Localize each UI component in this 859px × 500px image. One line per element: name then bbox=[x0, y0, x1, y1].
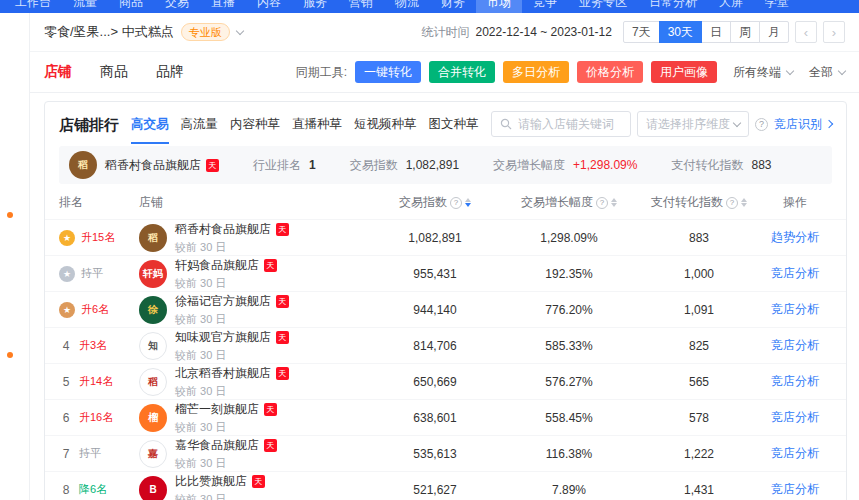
chevron-down-icon bbox=[235, 26, 243, 34]
nav-item-logistics[interactable]: 物流 bbox=[384, 0, 430, 13]
rank-change: 升14名 bbox=[79, 374, 113, 389]
store-name-text: 北京稻香村旗舰店 bbox=[175, 365, 271, 382]
nav-item-live[interactable]: 直播 bbox=[200, 0, 246, 13]
store-search-box[interactable] bbox=[491, 111, 631, 137]
rank-change: 持平 bbox=[81, 266, 103, 281]
nav-item-product[interactable]: 商品 bbox=[108, 0, 154, 13]
ranking-tabs: 高交易高流量内容种草直播种草短视频种草图文种草 bbox=[131, 116, 479, 144]
tab-store[interactable]: 店铺 bbox=[44, 63, 72, 81]
range-button-7d[interactable]: 7天 bbox=[623, 21, 660, 43]
analysis-link[interactable]: 竞店分析 bbox=[771, 410, 819, 424]
store-name[interactable]: 北京稻香村旗舰店天 bbox=[175, 365, 289, 382]
sort-icons[interactable] bbox=[741, 198, 747, 207]
sort-dimension-dropdown[interactable]: 请选择排序维度 bbox=[637, 111, 749, 137]
ranking-tab-video-seed[interactable]: 短视频种草 bbox=[354, 116, 417, 144]
ranking-tab-high-traffic[interactable]: 高流量 bbox=[181, 116, 219, 144]
category-selector[interactable]: 零食/坚果...> 中式糕点 专业版 bbox=[44, 23, 243, 41]
nav-item-daily-analysis[interactable]: 日常分析 bbox=[638, 0, 708, 13]
range-button-month[interactable]: 月 bbox=[759, 21, 789, 43]
nav-item-biz-zone[interactable]: 业务专区 bbox=[568, 0, 638, 13]
tmall-badge-icon: 天 bbox=[264, 259, 277, 272]
terminal-dropdown[interactable]: 所有终端 bbox=[733, 64, 793, 81]
tmall-badge-icon: 天 bbox=[276, 295, 289, 308]
compare-period-label: 较前 30 日 bbox=[175, 420, 277, 435]
header-growth[interactable]: 交易增长幅度? bbox=[498, 194, 640, 211]
rank-cell: 4升3名 bbox=[59, 338, 139, 353]
nav-item-finance[interactable]: 财务 bbox=[430, 0, 476, 13]
tool-button-merge-convert[interactable]: 合并转化 bbox=[429, 61, 495, 83]
analysis-link[interactable]: 竞店分析 bbox=[771, 338, 819, 352]
nav-item-screen[interactable]: 大屏 bbox=[708, 0, 754, 13]
rank-change: 降6名 bbox=[79, 482, 107, 497]
analysis-link[interactable]: 竞店分析 bbox=[771, 302, 819, 316]
header-label-trade-index: 交易指数 bbox=[399, 194, 447, 211]
ranking-controls: 请选择排序维度 ? 竞店识别 bbox=[491, 111, 832, 144]
header-label-conversion: 支付转化指数 bbox=[651, 194, 723, 211]
action-cell: 竞店分析 bbox=[758, 265, 832, 282]
nav-item-academy[interactable]: 学堂 bbox=[754, 0, 800, 13]
table-row: 8降6名B比比赞旗舰店天较前 30 日521,6277.89%1,431竞店分析 bbox=[45, 471, 846, 500]
sort-dimension-value: 请选择排序维度 bbox=[646, 116, 730, 133]
store-name[interactable]: 知味观官方旗舰店天 bbox=[175, 329, 289, 346]
ranking-tab-content-seed[interactable]: 内容种草 bbox=[230, 116, 280, 144]
tab-brand[interactable]: 品牌 bbox=[156, 63, 184, 81]
header-conversion[interactable]: 支付转化指数? bbox=[640, 194, 758, 211]
conversion-value: 1,000 bbox=[640, 267, 758, 281]
ranking-tab-high-trade[interactable]: 高交易 bbox=[131, 116, 169, 144]
tool-button-multi-day-analysis[interactable]: 多日分析 bbox=[503, 61, 569, 83]
ranking-tab-article-seed[interactable]: 图文种草 bbox=[429, 116, 479, 144]
help-question-icon[interactable]: ? bbox=[755, 118, 768, 131]
header-label-growth: 交易增长幅度 bbox=[521, 194, 593, 211]
nav-item-content[interactable]: 内容 bbox=[246, 0, 292, 13]
store-name[interactable]: 轩妈食品旗舰店天 bbox=[175, 257, 277, 274]
sort-icons[interactable] bbox=[465, 198, 471, 207]
range-button-week[interactable]: 周 bbox=[730, 21, 760, 43]
prev-period-button[interactable]: ‹ bbox=[795, 21, 817, 43]
store-cell: 稻北京稻香村旗舰店天较前 30 日 bbox=[139, 365, 372, 399]
info-icon[interactable]: ? bbox=[726, 197, 738, 209]
nav-item-compete[interactable]: 竞争 bbox=[522, 0, 568, 13]
tool-button-user-profile[interactable]: 用户画像 bbox=[651, 61, 717, 83]
header-label-rank: 排名 bbox=[59, 194, 83, 211]
info-icon[interactable]: ? bbox=[596, 197, 608, 209]
growth-value: 7.89% bbox=[498, 483, 640, 497]
header-trade-index[interactable]: 交易指数? bbox=[372, 194, 498, 211]
scope-dropdown[interactable]: 全部 bbox=[809, 64, 845, 81]
nav-item-workbench[interactable]: 工作台 bbox=[4, 0, 62, 13]
growth-value: 116.38% bbox=[498, 447, 640, 461]
rank-cell: 5升14名 bbox=[59, 374, 139, 389]
store-name[interactable]: 稻香村食品旗舰店天 bbox=[175, 221, 289, 238]
pinned-metric-label: 交易增长幅度 bbox=[493, 158, 565, 172]
nav-item-service[interactable]: 服务 bbox=[292, 0, 338, 13]
store-name[interactable]: 嘉华食品旗舰店天 bbox=[175, 437, 277, 454]
nav-item-marketing[interactable]: 营销 bbox=[338, 0, 384, 13]
store-name[interactable]: 徐福记官方旗舰店天 bbox=[175, 293, 289, 310]
category-path: 零食/坚果...> 中式糕点 bbox=[44, 23, 174, 41]
tool-button-one-key-convert[interactable]: 一键转化 bbox=[355, 61, 421, 83]
chevron-down-icon bbox=[786, 66, 794, 74]
info-icon[interactable]: ? bbox=[450, 197, 462, 209]
store-name[interactable]: 榴芒一刻旗舰店天 bbox=[175, 401, 277, 418]
pinned-store-name[interactable]: 稻香村食品旗舰店 bbox=[105, 157, 201, 174]
tab-product[interactable]: 商品 bbox=[100, 63, 128, 81]
competitor-identify-link[interactable]: 竞店识别 bbox=[774, 116, 832, 133]
analysis-link[interactable]: 竞店分析 bbox=[771, 482, 819, 496]
next-period-button[interactable]: › bbox=[823, 21, 845, 43]
tool-button-price-analysis[interactable]: 价格分析 bbox=[577, 61, 643, 83]
analysis-link[interactable]: 竞店分析 bbox=[771, 266, 819, 280]
nav-item-traffic[interactable]: 流量 bbox=[62, 0, 108, 13]
nav-item-trade[interactable]: 交易 bbox=[154, 0, 200, 13]
analysis-link[interactable]: 竞店分析 bbox=[771, 446, 819, 460]
range-button-day[interactable]: 日 bbox=[701, 21, 731, 43]
ranking-tab-live-seed[interactable]: 直播种草 bbox=[292, 116, 342, 144]
growth-value: 576.27% bbox=[498, 375, 640, 389]
store-search-input[interactable] bbox=[518, 117, 622, 131]
sort-icons[interactable] bbox=[611, 198, 617, 207]
range-button-30d[interactable]: 30天 bbox=[659, 21, 702, 43]
store-name[interactable]: 比比赞旗舰店天 bbox=[175, 473, 265, 490]
tools-label: 同期工具: bbox=[296, 64, 347, 81]
pinned-metric: 支付转化指数883 bbox=[671, 157, 771, 174]
nav-item-market[interactable]: 市场 bbox=[476, 0, 522, 13]
analysis-link[interactable]: 趋势分析 bbox=[771, 230, 819, 244]
analysis-link[interactable]: 竞店分析 bbox=[771, 374, 819, 388]
